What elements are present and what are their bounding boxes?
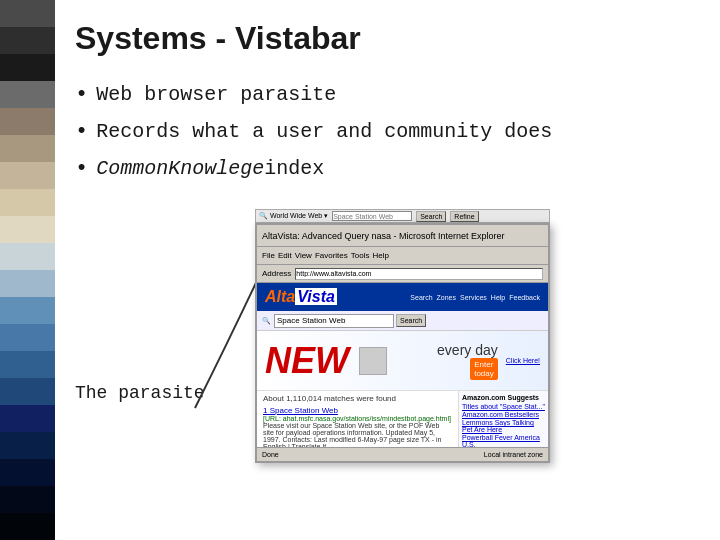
av-menu-search: Search: [410, 294, 432, 301]
bullet-3-italic: CommonKnowlege: [96, 157, 264, 180]
sidebar-swatch: [0, 189, 55, 216]
sidebar-swatch: [0, 297, 55, 324]
help-menu[interactable]: Help: [372, 251, 388, 260]
enter-today-btn[interactable]: Entertoday: [470, 358, 498, 380]
every-day-text: every day: [437, 342, 498, 358]
av-menu-feedback: Feedback: [509, 294, 540, 301]
results-count: About 1,110,014 matches were found: [263, 394, 452, 403]
browser-title-text: AltaVista: Advanced Query nasa - Microso…: [262, 231, 504, 241]
sidebar-swatch: [0, 351, 55, 378]
bullet-1: Web browser parasite: [75, 82, 690, 107]
browser-screenshot: AltaVista: Advanced Query nasa - Microso…: [255, 223, 550, 463]
sidebar-swatch: [0, 324, 55, 351]
main-content: Systems - Vistabar Web browser parasite …: [55, 0, 720, 540]
click-here-link[interactable]: Click Here!: [506, 357, 540, 364]
sidebar-swatch: [0, 378, 55, 405]
edit-menu[interactable]: Edit: [278, 251, 292, 260]
bullet-1-text: Web browser parasite: [96, 83, 336, 106]
sidebar-swatch: [0, 108, 55, 135]
status-text: Done: [262, 451, 279, 458]
altavista-searchbar: 🔍 Search: [257, 311, 548, 331]
bullet-list: Web browser parasite Records what a user…: [75, 82, 690, 193]
address-input[interactable]: [295, 268, 543, 280]
sidebar-swatch: [0, 513, 55, 540]
browser-content: AltaVista Search Zones Services Help Fee…: [257, 283, 548, 447]
browser-statusbar: Done Local intranet zone: [257, 447, 548, 461]
view-menu[interactable]: View: [295, 251, 312, 260]
bullet-2: Records what a user and community does: [75, 119, 690, 144]
vistabar-search-input[interactable]: [332, 211, 412, 221]
altavista-search-input[interactable]: [274, 314, 394, 328]
vistabar-refine-button[interactable]: Refine: [450, 211, 478, 222]
sidebar-swatch: [0, 432, 55, 459]
sidebar-swatch: [0, 243, 55, 270]
av-menu-zones: Zones: [437, 294, 456, 301]
sidebar-swatch: [0, 459, 55, 486]
favorites-menu[interactable]: Favorites: [315, 251, 348, 260]
result-1-desc: Please visit our Space Station Web site,…: [263, 422, 452, 447]
amazon-link-4[interactable]: Powerball Fever America U.S.: [462, 434, 545, 447]
vistabar-search-button[interactable]: Search: [416, 211, 446, 222]
sidebar-swatch: [0, 486, 55, 513]
tools-menu[interactable]: Tools: [351, 251, 370, 260]
slide-title: Systems - Vistabar: [75, 20, 690, 57]
new-image-placeholder: [359, 347, 387, 375]
vistabar-search-scope: 🔍 World Wide Web ▾: [259, 212, 328, 220]
result-1: 1 Space Station Web [URL: ahat.msfc.nasa…: [263, 406, 452, 447]
browser-titlebar: AltaVista: Advanced Query nasa - Microso…: [257, 225, 548, 247]
sidebar-swatch: [0, 162, 55, 189]
bullet-2-text: Records what a user and community does: [96, 120, 552, 143]
new-banner: NEW every day Entertoday Click Here!: [257, 331, 548, 391]
address-label: Address: [262, 269, 291, 278]
new-banner-right: every day Entertoday: [437, 342, 498, 380]
amazon-title: Amazon.com Suggests: [462, 394, 545, 401]
result-1-title[interactable]: 1 Space Station Web: [263, 406, 452, 415]
altavista-logo: AltaVista: [265, 288, 337, 306]
sidebar-swatch: [0, 216, 55, 243]
sidebar-swatch: [0, 405, 55, 432]
browser-toolbar: File Edit View Favorites Tools Help: [257, 247, 548, 265]
amazon-link-1[interactable]: Titles about "Space Stat...": [462, 403, 545, 410]
altavista-header: AltaVista Search Zones Services Help Fee…: [257, 283, 548, 311]
av-menu-services: Services: [460, 294, 487, 301]
amazon-link-3[interactable]: Lemmons Says Talking Pet Are Here: [462, 419, 545, 433]
result-1-url: [URL: ahat.msfc.nasa.gov/stations/iss/mi…: [263, 415, 452, 422]
sidebar-swatch: [0, 0, 55, 27]
search-scope-label: 🔍: [262, 317, 271, 325]
sidebar: [0, 0, 55, 540]
altavista-search-btn[interactable]: Search: [396, 314, 426, 327]
sidebar-swatch: [0, 27, 55, 54]
zone-text: Local intranet zone: [484, 451, 543, 458]
new-text: NEW: [265, 340, 349, 382]
file-menu[interactable]: File: [262, 251, 275, 260]
browser-addressbar: Address: [257, 265, 548, 283]
bullet-3-rest: index: [264, 157, 324, 180]
av-menu-help: Help: [491, 294, 505, 301]
vistabar-toolbar: 🔍 World Wide Web ▾ Search Refine: [255, 209, 550, 223]
main-results: About 1,110,014 matches were found 1 Spa…: [257, 391, 458, 447]
results-area: About 1,110,014 matches were found 1 Spa…: [257, 391, 548, 447]
bullet-3: CommonKnowlege index: [75, 156, 690, 181]
amazon-link-2[interactable]: Amazon.com Bestsellers: [462, 411, 545, 418]
sidebar-swatch: [0, 270, 55, 297]
sidebar-swatch: [0, 135, 55, 162]
sidebar-swatch: [0, 54, 55, 81]
amazon-sidebar: Amazon.com Suggests Titles about "Space …: [458, 391, 548, 447]
bottom-section: The parasite 🔍 World Wide Web ▾ Search R…: [75, 223, 690, 520]
sidebar-swatch: [0, 81, 55, 108]
